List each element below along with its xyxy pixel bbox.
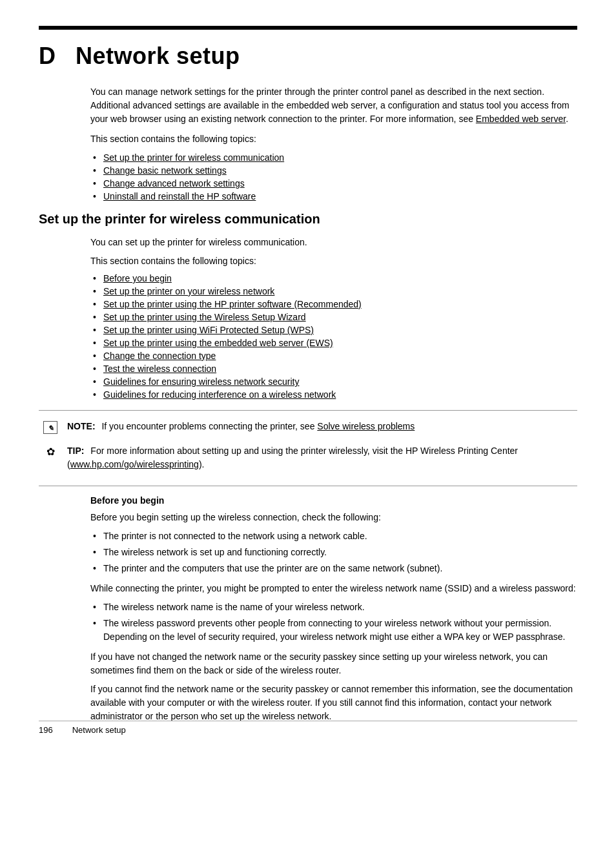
wireless-section-heading: Set up the printer for wireless communic… <box>39 212 577 227</box>
wireless-intro1: You can set up the printer for wireless … <box>90 236 577 249</box>
solve-wireless-link[interactable]: Solve wireless problems <box>317 421 415 431</box>
note-tip-box: ✎ NOTE: If you encounter problems connec… <box>39 410 577 486</box>
topic-link-wireless[interactable]: Set up the printer for wireless communic… <box>103 152 284 163</box>
list-item: The printer is not connected to the netw… <box>103 529 577 543</box>
intro-topics-label: This section contains the following topi… <box>90 132 577 146</box>
note-row: ✎ NOTE: If you encounter problems connec… <box>39 417 577 437</box>
page-container: D Network setup You can manage network s… <box>0 0 616 754</box>
wl-topic-3[interactable]: Set up the printer using the Wireless Se… <box>103 312 306 322</box>
note-body: If you encounter problems connecting the… <box>101 421 314 431</box>
topic-link-advanced[interactable]: Change advanced network settings <box>103 178 245 189</box>
footer-page-number: 196 <box>39 725 53 735</box>
hp-wireless-link[interactable]: www.hp.com/go/wirelessprinting <box>70 459 199 469</box>
wl-topic-2[interactable]: Set up the printer using the HP printer … <box>103 299 362 309</box>
tip-label: TIP: <box>67 446 84 456</box>
wireless-topics-list: Before you begin Set up the printer on y… <box>103 273 577 400</box>
page-title: D Network setup <box>39 43 577 70</box>
list-item: Test the wireless connection <box>103 364 577 374</box>
wl-topic-5[interactable]: Set up the printer using the embedded we… <box>103 338 333 348</box>
page-title-text: Network setup <box>76 43 240 69</box>
list-item: The wireless network name is the name of… <box>103 601 577 614</box>
note-icon: ✎ <box>39 420 62 434</box>
wl-topic-1[interactable]: Set up the printer on your wireless netw… <box>103 286 274 296</box>
wireless-intro2: This section contains the following topi… <box>90 254 577 268</box>
list-item: Set up the printer on your wireless netw… <box>103 286 577 296</box>
list-item: Set up the printer using WiFi Protected … <box>103 325 577 335</box>
wl-topic-7[interactable]: Test the wireless connection <box>103 364 216 374</box>
topic-link-uninstall[interactable]: Uninstall and reinstall the HP software <box>103 191 256 201</box>
wl-topic-9[interactable]: Guidelines for reducing interference on … <box>103 389 336 400</box>
footer-section-label: Network setup <box>72 725 126 735</box>
tip-icon: ✿ <box>39 444 62 458</box>
footer: 196 Network setup <box>39 721 577 735</box>
wl-topic-4[interactable]: Set up the printer using WiFi Protected … <box>103 325 314 335</box>
wl-topic-8[interactable]: Guidelines for ensuring wireless network… <box>103 376 299 387</box>
embedded-web-server-link[interactable]: Embedded web server <box>476 114 566 124</box>
before-begin-para2: While connecting the printer, you might … <box>90 582 577 595</box>
tip-text-content: TIP: For more information about setting … <box>67 444 577 471</box>
topic-link-basic[interactable]: Change basic network settings <box>103 165 227 176</box>
tip-row: ✿ TIP: For more information about settin… <box>39 442 577 474</box>
before-begin-heading: Before you begin <box>90 495 577 506</box>
top-border-line <box>39 26 577 30</box>
list-item: The printer and the computers that use t… <box>103 562 577 575</box>
list-item: Guidelines for reducing interference on … <box>103 389 577 400</box>
before-begin-para3: If you have not changed the network name… <box>90 650 577 677</box>
list-item: Set up the printer for wireless communic… <box>103 152 577 163</box>
list-item: Set up the printer using the HP printer … <box>103 299 577 309</box>
list-item: Uninstall and reinstall the HP software <box>103 191 577 201</box>
list-item: The wireless network is set up and funct… <box>103 546 577 559</box>
chapter-letter: D <box>39 43 56 69</box>
list-item: Change advanced network settings <box>103 178 577 189</box>
wl-topic-6[interactable]: Change the connection type <box>103 351 216 361</box>
tip-body2: ). <box>199 459 205 469</box>
before-begin-para4: If you cannot find the network name or t… <box>90 683 577 723</box>
note-label: NOTE: <box>67 421 96 431</box>
note-text-content: NOTE: If you encounter problems connecti… <box>67 420 415 433</box>
note-img-icon: ✎ <box>43 421 57 434</box>
before-begin-bullets1: The printer is not connected to the netw… <box>103 529 577 575</box>
list-item: Change the connection type <box>103 351 577 361</box>
list-item: Set up the printer using the Wireless Se… <box>103 312 577 322</box>
list-item: Before you begin <box>103 273 577 283</box>
list-item: The wireless password prevents other peo… <box>103 617 577 644</box>
list-item: Set up the printer using the embedded we… <box>103 338 577 348</box>
before-begin-bullets2: The wireless network name is the name of… <box>103 601 577 644</box>
before-begin-para1: Before you begin setting up the wireless… <box>90 511 577 524</box>
wl-topic-0[interactable]: Before you begin <box>103 273 172 283</box>
intro-topics-list: Set up the printer for wireless communic… <box>103 152 577 201</box>
list-item: Guidelines for ensuring wireless network… <box>103 376 577 387</box>
intro-paragraph: You can manage network settings for the … <box>90 85 577 126</box>
list-item: Change basic network settings <box>103 165 577 176</box>
tip-sun-icon: ✿ <box>46 446 55 458</box>
